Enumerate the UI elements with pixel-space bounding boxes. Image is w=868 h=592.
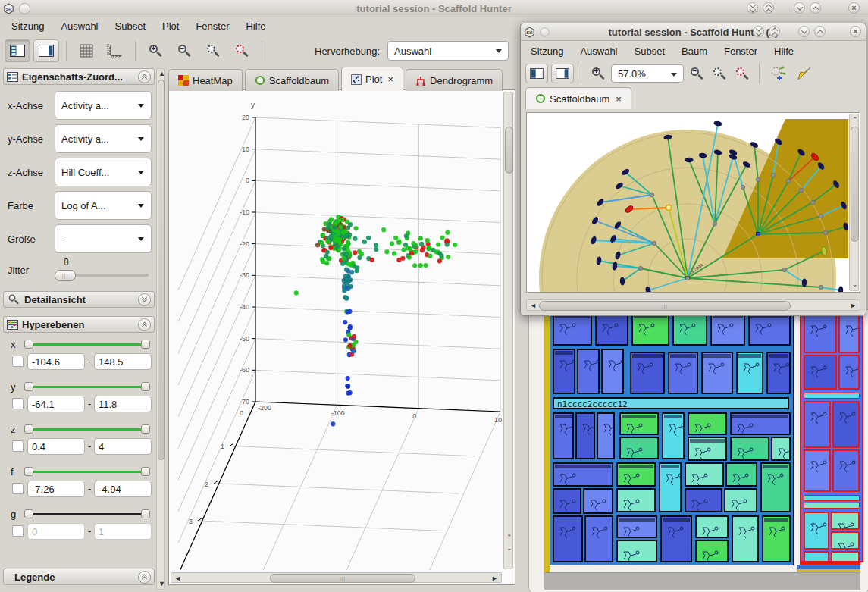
scroll-down-arrow[interactable]: ▼ <box>158 581 165 587</box>
close-tab-icon[interactable]: × <box>387 74 393 85</box>
tab-scaffoldbaum[interactable]: Scaffoldbaum × <box>525 87 631 109</box>
shade-window-button[interactable] <box>747 2 758 14</box>
expand-legend-panel-button[interactable] <box>138 571 151 584</box>
molecule-tile[interactable] <box>688 437 727 461</box>
molecule-tile[interactable] <box>583 488 613 514</box>
molecule-tile[interactable] <box>730 437 769 461</box>
menu-plot[interactable]: Plot <box>155 18 186 34</box>
molecule-tile[interactable] <box>630 352 665 394</box>
molecule-tile[interactable] <box>804 393 860 399</box>
scroll-left-arrow[interactable]: ◄ <box>530 302 537 309</box>
molecule-tile[interactable] <box>804 355 837 390</box>
tab-heatmap[interactable]: HeatMap <box>168 69 243 91</box>
molecule-tile[interactable] <box>584 515 613 562</box>
molecule-tile[interactable] <box>732 515 759 562</box>
molecule-tile[interactable] <box>710 312 745 346</box>
hyperplane-checkbox[interactable] <box>12 398 24 409</box>
tab-scaffoldbaum[interactable]: Scaffoldbaum <box>245 69 339 91</box>
close-button[interactable]: × <box>850 26 861 37</box>
molecule-tile[interactable] <box>766 352 791 394</box>
molecule-tile[interactable] <box>616 462 656 487</box>
molecule-tile[interactable] <box>832 401 860 448</box>
molecule-tile[interactable] <box>553 488 581 514</box>
menu-baum[interactable]: Baum <box>675 43 714 59</box>
close-tab-icon[interactable]: × <box>616 93 622 105</box>
range-slider-min-handle[interactable] <box>24 467 33 476</box>
molecule-tile[interactable] <box>724 488 757 512</box>
minimize-button[interactable] <box>794 2 805 14</box>
menu-auswahl[interactable]: Auswahl <box>573 43 624 59</box>
hyperplane-checkbox[interactable] <box>12 483 24 494</box>
tab-dendrogramm[interactable]: Dendrogramm <box>406 69 503 91</box>
hyperplane-checkbox[interactable] <box>12 440 24 452</box>
molecule-tile[interactable] <box>685 462 724 487</box>
scatter-plot-3d[interactable]: 20100-10-20-30-40-50-60-70123yz0-200-100… <box>170 91 502 570</box>
molecule-tile[interactable] <box>668 352 698 394</box>
tree-vscroll-thumb[interactable] <box>851 127 859 242</box>
tree-hscroll-thumb[interactable]: ||| <box>539 301 791 311</box>
molecule-tile[interactable] <box>832 449 860 492</box>
molecule-tile[interactable] <box>575 412 595 459</box>
maximize-button[interactable] <box>810 2 821 14</box>
sidebar-scrollbar-thumb[interactable] <box>158 80 165 460</box>
scroll-right-arrow[interactable]: ► <box>850 302 857 309</box>
menu-auswahl[interactable]: Auswahl <box>54 18 105 34</box>
menu-sitzung[interactable]: Sitzung <box>524 43 570 59</box>
unshade-window-button[interactable] <box>769 26 780 37</box>
hyperplane-min-field[interactable]: -7.26 <box>27 481 85 497</box>
menu-sitzung[interactable]: Sitzung <box>5 18 51 34</box>
unshade-window-button[interactable] <box>763 2 774 14</box>
molecule-tile[interactable] <box>804 495 860 501</box>
molecule-tile[interactable] <box>616 515 657 538</box>
menu-subset[interactable]: Subset <box>628 43 672 59</box>
range-slider-min-handle[interactable] <box>24 509 33 518</box>
molecule-tile[interactable] <box>760 462 791 512</box>
hyperplane-min-field[interactable]: -64.1 <box>27 396 85 412</box>
molecule-tile[interactable] <box>804 314 837 353</box>
molecule-tile[interactable] <box>662 412 685 459</box>
range-slider-max-handle[interactable] <box>141 509 150 518</box>
molecule-tile[interactable] <box>601 349 624 394</box>
y-axis-select[interactable]: Activity a... <box>55 124 152 153</box>
molecule-tile[interactable] <box>688 412 727 435</box>
jitter-slider-handle[interactable]: ||| <box>55 270 76 281</box>
collapse-hyperplanes-panel-button[interactable] <box>138 318 151 331</box>
zoom-fit-button[interactable] <box>229 39 255 62</box>
molecule-tile[interactable] <box>804 512 829 550</box>
molecule-tile[interactable] <box>804 449 831 492</box>
plot-vscroll-thumb[interactable] <box>505 127 513 174</box>
molecule-tile[interactable] <box>553 349 575 394</box>
menu-fenster[interactable]: Fenster <box>717 43 764 59</box>
add-selection-button[interactable] <box>766 62 789 85</box>
molecule-tile[interactable] <box>831 531 860 550</box>
scroll-up-arrow[interactable]: ▲ <box>158 70 165 77</box>
hyperplane-checkbox[interactable] <box>12 525 24 537</box>
range-slider-max-handle[interactable] <box>141 340 150 349</box>
zoom-fit-button[interactable] <box>732 62 752 85</box>
molecule-tile[interactable] <box>725 462 757 487</box>
scroll-left-arrow[interactable]: ◄ <box>174 575 181 582</box>
hyperplane-range-slider[interactable] <box>24 381 150 392</box>
molecule-tile[interactable] <box>838 355 860 390</box>
zoom-selection-button[interactable] <box>200 39 226 62</box>
hyperplane-min-field[interactable]: 0 <box>27 523 85 540</box>
highlight-select[interactable]: Auswahl <box>387 41 509 61</box>
scroll-right-arrow[interactable]: ► <box>491 575 498 582</box>
treemap-red-group[interactable] <box>800 310 863 562</box>
molecule-tile[interactable] <box>631 312 669 346</box>
hyperplane-range-slider[interactable] <box>24 509 150 519</box>
toggle-axes-button[interactable]: 2100 1 2 <box>102 39 128 62</box>
molecule-tile[interactable] <box>736 352 763 394</box>
hyperplane-max-field[interactable]: 4 <box>94 438 152 455</box>
molecule-tile[interactable] <box>804 503 860 509</box>
expand-detail-panel-button[interactable] <box>138 293 151 306</box>
zoom-selection-button[interactable] <box>710 62 729 85</box>
layout-left-panel-button[interactable] <box>5 39 30 62</box>
layout-left-panel-button[interactable] <box>525 64 548 83</box>
hyperplane-range-slider[interactable] <box>24 339 150 349</box>
molecule-tile[interactable] <box>553 312 592 346</box>
hyperplane-checkbox[interactable] <box>12 356 24 367</box>
treemap-canvas[interactable]: n1cccc2ccccc12 <box>550 310 794 565</box>
shade-window-button[interactable] <box>753 26 764 37</box>
zoom-out-button[interactable]: − <box>687 62 707 85</box>
